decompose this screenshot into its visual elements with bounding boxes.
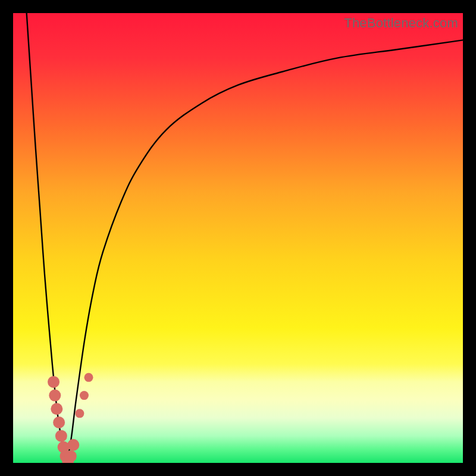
data-marker (75, 409, 84, 418)
data-marker (80, 391, 89, 400)
curve-right-branch (67, 40, 463, 463)
data-marker (53, 416, 65, 428)
data-marker (55, 430, 67, 442)
data-marker (49, 390, 61, 402)
marker-group (48, 373, 93, 463)
watermark-text: TheBottleneck.com (344, 15, 458, 31)
curves-layer (13, 13, 463, 463)
data-marker (67, 439, 79, 451)
plot-area: TheBottleneck.com (13, 13, 463, 463)
data-marker (48, 376, 60, 388)
data-marker (65, 450, 77, 462)
curve-left-branch (27, 13, 67, 463)
chart-frame: TheBottleneck.com (0, 0, 476, 476)
data-marker (84, 373, 93, 382)
data-marker (51, 403, 62, 415)
